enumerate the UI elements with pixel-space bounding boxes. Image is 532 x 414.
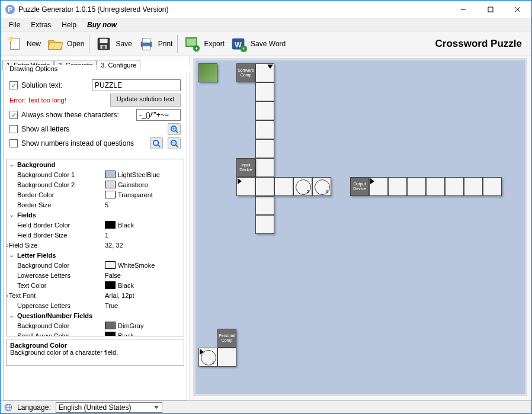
letter-cell[interactable] (255, 158, 274, 177)
letter-cell[interactable]: 6 (312, 177, 331, 196)
letter-cell[interactable]: 2 (293, 177, 312, 196)
show-numbers-checkbox[interactable] (9, 139, 18, 147)
svg-line-23 (176, 131, 178, 133)
new-icon (5, 34, 24, 53)
menu-help[interactable]: Help (57, 20, 81, 30)
letter-cell[interactable] (255, 177, 274, 196)
svg-rect-13 (142, 46, 150, 50)
letter-cell[interactable] (255, 139, 274, 158)
prop-field-border-color[interactable]: Field Border ColorBlack (7, 220, 184, 230)
image-cell[interactable] (198, 63, 217, 82)
status-bar: Language: English (United States) (1, 400, 531, 413)
language-select[interactable]: English (United States) (56, 402, 162, 413)
clue-personal-comp[interactable]: Personal Comp (217, 329, 236, 348)
toolbar: New Open Save Print + Export W+ Save Wor… (1, 31, 531, 56)
export-label: Export (204, 40, 225, 48)
solution-text-input[interactable]: PUZZLE (92, 79, 181, 91)
svg-rect-12 (142, 38, 150, 43)
prop-uppercase[interactable]: Uppercase LettersTrue (7, 300, 184, 310)
svg-rect-1 (488, 7, 493, 12)
prop-field-border-size[interactable]: Field Border Size1 (7, 230, 184, 240)
clue-output-device[interactable]: Output Device (350, 177, 369, 196)
clue-input-device[interactable]: Input Device (236, 158, 255, 177)
propdesc-text: Background color of a character field. (10, 349, 180, 356)
new-label: New (27, 40, 41, 48)
prop-border-color[interactable]: Border ColorTransparent (7, 190, 184, 200)
property-description: Background Color Background color of a c… (6, 339, 184, 366)
titlebar: P Puzzle Generator 1.0.15 (Unregistered … (1, 1, 531, 18)
export-button[interactable]: + Export (181, 33, 226, 54)
prop-lowercase[interactable]: Lowercase LettersFalse (7, 270, 184, 280)
globe-icon (4, 403, 12, 412)
svg-rect-8 (100, 38, 108, 43)
word-icon: W+ (229, 34, 248, 53)
open-label: Open (67, 40, 84, 48)
zoom-reset-button[interactable] (150, 137, 163, 149)
language-label: Language: (17, 403, 51, 412)
prop-cat-background[interactable]: ⌄Background (7, 159, 184, 169)
letter-cell[interactable] (255, 82, 274, 101)
clue-software-comp[interactable]: Software Comp (236, 63, 255, 82)
menu-file[interactable]: File (4, 20, 25, 30)
letter-cell[interactable] (236, 177, 255, 196)
puzzle-canvas[interactable]: Software Comp Input Device 2 6 Output De… (190, 56, 531, 400)
letter-cell[interactable] (483, 177, 502, 196)
letter-cell[interactable]: 1 (198, 348, 217, 367)
prop-cat-fields[interactable]: ⌄Fields (7, 210, 184, 220)
print-button[interactable]: Print (136, 33, 174, 54)
always-show-checkbox[interactable] (9, 111, 18, 119)
solution-text-checkbox[interactable] (9, 81, 18, 89)
print-label: Print (158, 40, 173, 48)
letter-cell[interactable] (407, 177, 426, 196)
prop-letter-bg[interactable]: Background ColorWhiteSmoke (7, 260, 184, 270)
letter-cell[interactable] (217, 348, 236, 367)
prop-question-bg[interactable]: Background ColorDimGray (7, 320, 184, 330)
minimize-button[interactable] (450, 1, 477, 18)
update-solution-button[interactable]: Update solution text (110, 94, 181, 107)
prop-bg-color-1[interactable]: Background Color 1LightSteelBlue (7, 169, 184, 179)
letter-cell[interactable] (255, 215, 274, 234)
property-grid[interactable]: ⌄Background Background Color 1LightSteel… (6, 159, 184, 336)
letter-cell[interactable] (255, 63, 274, 82)
prop-field-size[interactable]: ›Field Size32, 32 (7, 240, 184, 250)
prop-text-font[interactable]: ›Text FontArial, 12pt (7, 290, 184, 300)
letter-cell[interactable] (255, 120, 274, 139)
app-icon: P (5, 5, 15, 14)
prop-arrow-color[interactable]: Small Arrow ColorBlack (7, 330, 184, 336)
new-button[interactable]: New (4, 33, 42, 54)
show-numbers-label: Show numbers instead of questions (21, 139, 134, 147)
svg-point-26 (153, 140, 159, 146)
letter-cell[interactable] (255, 196, 274, 215)
maximize-button[interactable] (477, 1, 504, 18)
letter-cell[interactable] (426, 177, 445, 196)
svg-line-27 (158, 145, 161, 147)
zoom-in-button[interactable] (168, 123, 181, 135)
letter-cell[interactable] (274, 177, 293, 196)
prop-text-color[interactable]: Text ColorBlack (7, 280, 184, 290)
menubar: File Extras Help Buy now (1, 18, 531, 31)
letter-cell[interactable] (388, 177, 407, 196)
letter-cell[interactable] (445, 177, 464, 196)
open-icon (46, 34, 65, 53)
save-word-button[interactable]: W+ Save Word (228, 33, 287, 54)
menu-extras[interactable]: Extras (26, 20, 56, 30)
propdesc-name: Background Color (10, 342, 180, 349)
letter-cell[interactable] (464, 177, 483, 196)
prop-bg-color-2[interactable]: Background Color 2Gainsboro (7, 179, 184, 190)
svg-rect-15 (187, 38, 196, 45)
always-show-input[interactable]: -_()/'''+~= (136, 109, 181, 121)
letter-cell[interactable] (369, 177, 388, 196)
zoom-out-button[interactable] (168, 137, 181, 149)
menu-buy-now[interactable]: Buy now (82, 20, 121, 30)
close-button[interactable] (504, 1, 531, 18)
export-icon: + (182, 34, 201, 53)
toolbar-sep (89, 35, 89, 53)
letter-cell[interactable] (255, 101, 274, 120)
prop-cat-question[interactable]: ⌄Question/Number Fields (7, 310, 184, 320)
prop-border-size[interactable]: Border Size5 (7, 200, 184, 210)
show-all-letters-checkbox[interactable] (9, 125, 18, 133)
prop-cat-letter-fields[interactable]: ⌄Letter Fields (7, 250, 184, 260)
save-button[interactable]: Save (93, 33, 133, 54)
open-button[interactable]: Open (44, 33, 85, 54)
tab-configure[interactable]: 3. Configure (97, 60, 140, 70)
